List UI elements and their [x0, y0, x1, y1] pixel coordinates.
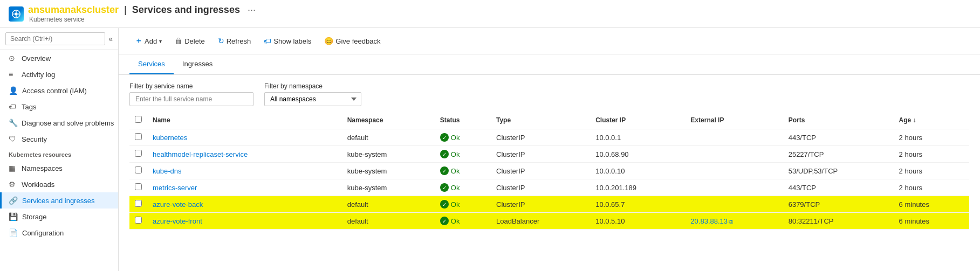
sidebar-item-security[interactable]: 🛡 Security [0, 131, 118, 147]
status-ok-icon: ✓ [440, 133, 449, 142]
tab-ingresses[interactable]: Ingresses [174, 54, 221, 74]
col-external-ip: External IP [685, 112, 783, 129]
col-status: Status [435, 112, 491, 129]
service-link-3[interactable]: metrics-server [153, 184, 197, 192]
workloads-icon: ⚙ [9, 180, 17, 189]
row-checkbox-3[interactable] [135, 183, 142, 190]
status-label: Ok [451, 217, 460, 225]
delete-button[interactable]: 🗑 Delete [169, 34, 210, 48]
status-label: Ok [451, 167, 460, 175]
row-name-cell: kube-dns [147, 163, 342, 179]
sidebar-item-tags[interactable]: 🏷 Tags [0, 99, 118, 115]
row-cluster-ip-cell: 10.0.0.10 [590, 163, 685, 179]
row-type-cell: ClusterIP [491, 146, 590, 163]
sidebar-item-diagnose[interactable]: 🔧 Diagnose and solve problems [0, 115, 118, 131]
cluster-name: ansumanakscluster [28, 4, 119, 16]
sidebar-item-services-and-ingresses[interactable]: 🔗 Services and ingresses [0, 192, 118, 209]
add-icon: ＋ [135, 36, 142, 46]
sidebar-item-activity-log[interactable]: ≡ Activity log [0, 66, 118, 82]
row-checkbox-cell [129, 213, 147, 230]
sidebar-item-storage[interactable]: 💾 Storage [0, 209, 118, 225]
sidebar: « ⊙ Overview ≡ Activity log 👤 Access con… [0, 28, 119, 271]
service-link-2[interactable]: kube-dns [153, 167, 181, 175]
sidebar-item-namespaces-label: Namespaces [22, 164, 63, 172]
row-name-cell: azure-vote-front [147, 213, 342, 230]
refresh-button[interactable]: ↻ Refresh [213, 34, 257, 48]
col-namespace: Namespace [342, 112, 435, 129]
row-status-cell: ✓ Ok [435, 163, 491, 179]
services-icon: 🔗 [9, 196, 18, 205]
sidebar-item-storage-label: Storage [22, 213, 47, 221]
tabs-bar: Services Ingresses [119, 54, 980, 75]
row-checkbox-cell [129, 163, 147, 179]
add-button[interactable]: ＋ Add ▾ [129, 33, 167, 48]
kubernetes-resources-section: Kubernetes resources [0, 147, 118, 160]
row-namespace-cell: kube-system [342, 179, 435, 196]
delete-icon: 🗑 [175, 37, 182, 45]
row-ports-cell: 80:32211/TCP [783, 213, 894, 230]
row-external-ip-cell [685, 179, 783, 196]
sidebar-item-configuration[interactable]: 📄 Configuration [0, 225, 118, 241]
row-checkbox-5[interactable] [135, 217, 142, 224]
add-chevron-icon: ▾ [159, 38, 162, 44]
sidebar-item-workloads[interactable]: ⚙ Workloads [0, 176, 118, 192]
col-cluster-ip: Cluster IP [590, 112, 685, 129]
row-checkbox-2[interactable] [135, 166, 142, 173]
refresh-icon: ↻ [218, 37, 224, 45]
external-ip-link[interactable]: 20.83.88.13 [690, 217, 728, 225]
sidebar-item-activity-log-label: Activity log [22, 71, 55, 79]
row-age-cell: 2 hours [894, 179, 969, 196]
row-type-cell: ClusterIP [491, 196, 590, 213]
service-link-5[interactable]: azure-vote-front [153, 217, 202, 225]
col-name: Name [147, 112, 342, 129]
cluster-icon [9, 6, 24, 22]
row-namespace-cell: kube-system [342, 146, 435, 163]
row-checkbox-0[interactable] [135, 133, 142, 140]
storage-icon: 💾 [9, 212, 18, 221]
content-area: ＋ Add ▾ 🗑 Delete ↻ Refresh 🏷 Show labels… [119, 28, 980, 271]
sidebar-collapse-button[interactable]: « [108, 34, 113, 43]
select-all-checkbox[interactable] [135, 116, 142, 123]
service-link-0[interactable]: kubernetes [153, 134, 187, 142]
namespaces-icon: ▦ [9, 164, 17, 172]
table-row: azure-vote-front default ✓ Ok LoadBalanc… [129, 213, 969, 230]
status-label: Ok [451, 134, 460, 142]
give-feedback-button[interactable]: 😊 Give feedback [319, 34, 386, 48]
row-ports-cell: 25227/TCP [783, 146, 894, 163]
status-ok-icon: ✓ [440, 217, 449, 225]
row-checkbox-1[interactable] [135, 150, 142, 157]
row-ports-cell: 6379/TCP [783, 196, 894, 213]
table-row: metrics-server kube-system ✓ Ok ClusterI… [129, 179, 969, 196]
sidebar-item-overview[interactable]: ⊙ Overview [0, 50, 118, 66]
sidebar-item-access-control[interactable]: 👤 Access control (IAM) [0, 82, 118, 99]
search-input[interactable] [5, 32, 105, 45]
namespace-filter-group: Filter by namespace All namespaces defau… [264, 82, 361, 106]
row-ports-cell: 443/TCP [783, 179, 894, 196]
security-icon: 🛡 [9, 135, 17, 143]
more-options-icon[interactable]: ··· [248, 4, 256, 16]
row-namespace-cell: default [342, 129, 435, 146]
show-labels-icon: 🏷 [264, 37, 271, 45]
col-age: Age ↓ [894, 112, 969, 129]
service-link-1[interactable]: healthmodel-replicaset-service [153, 150, 248, 158]
tab-services[interactable]: Services [129, 54, 174, 74]
row-checkbox-cell [129, 129, 147, 146]
row-cluster-ip-cell: 10.0.68.90 [590, 146, 685, 163]
status-label: Ok [451, 184, 460, 192]
service-link-4[interactable]: azure-vote-back [153, 200, 203, 209]
row-status-cell: ✓ Ok [435, 213, 491, 230]
table-row: kube-dns kube-system ✓ Ok ClusterIP 10.0… [129, 163, 969, 179]
service-name-filter-input[interactable] [129, 92, 253, 106]
sidebar-item-namespaces[interactable]: ▦ Namespaces [0, 160, 118, 176]
namespace-filter-select[interactable]: All namespaces default kube-system kube-… [264, 92, 361, 106]
show-labels-button[interactable]: 🏷 Show labels [258, 34, 317, 48]
row-checkbox-cell [129, 179, 147, 196]
row-type-cell: ClusterIP [491, 163, 590, 179]
row-checkbox-4[interactable] [135, 200, 142, 207]
table-header-row: Name Namespace Status Type Cluster IP Ex… [129, 112, 969, 129]
toolbar: ＋ Add ▾ 🗑 Delete ↻ Refresh 🏷 Show labels… [119, 28, 980, 54]
row-status-cell: ✓ Ok [435, 146, 491, 163]
row-external-ip-cell [685, 146, 783, 163]
row-name-cell: healthmodel-replicaset-service [147, 146, 342, 163]
row-type-cell: LoadBalancer [491, 213, 590, 230]
